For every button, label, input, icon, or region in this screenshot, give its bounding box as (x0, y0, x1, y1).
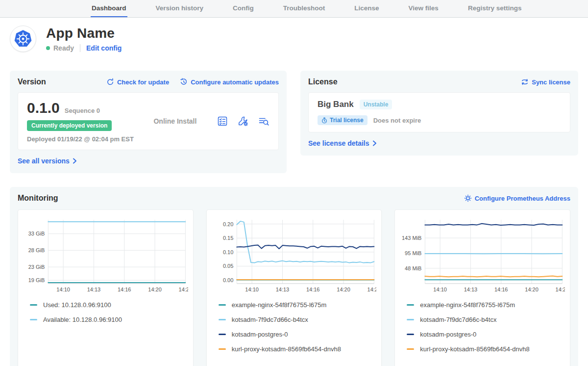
legend-label: example-nginx-54f8f76755-l675m (232, 301, 327, 309)
legend-label: kurl-proxy-kotsadm-8569fb6454-dnvh8 (420, 345, 529, 353)
legend-color-dash (219, 319, 226, 320)
preflight-checks-icon (217, 115, 228, 127)
legend-item: kurl-proxy-kotsadm-8569fb6454-dnvh8 (407, 345, 565, 353)
svg-text:14:23: 14:23 (367, 287, 376, 292)
view-logs-button[interactable] (258, 115, 270, 127)
chart-title: CPU Usage (212, 360, 377, 366)
sync-arrows-icon (521, 78, 529, 86)
monitoring-card: Monitoring Configure Prometheus Address (10, 187, 578, 366)
clock-refresh-icon (180, 78, 188, 86)
edit-config-link[interactable]: Edit config (86, 44, 122, 52)
svg-text:23 GiB: 23 GiB (28, 264, 45, 270)
edit-config-button[interactable] (237, 115, 249, 127)
channel-badge: Unstable (360, 100, 392, 109)
legend-color-dash (30, 319, 37, 320)
svg-text:14:20: 14:20 (148, 287, 162, 292)
memory-usage-legend: example-nginx-54f8f76755-l675mkotsadm-7f… (407, 301, 565, 360)
legend-color-dash (407, 304, 414, 306)
config-wrench-icon (237, 115, 249, 127)
svg-text:14:10: 14:10 (56, 287, 70, 292)
svg-text:14:23: 14:23 (556, 287, 565, 292)
license-card: License Sync license Big Bank Unstable (300, 71, 578, 156)
version-sequence: Sequence 0 (65, 107, 100, 114)
chevron-right-icon (372, 140, 377, 146)
app-avatar (10, 26, 36, 52)
legend-label: kurl-proxy-kotsadm-8569fb6454-dnvh8 (232, 345, 341, 353)
legend-label: example-nginx-54f8f76755-l675m (420, 301, 515, 309)
tab-version-history[interactable]: Version history (155, 0, 205, 17)
license-customer-name: Big Bank (318, 100, 354, 109)
legend-color-dash (219, 304, 226, 306)
memory-usage-chart-card: 48 MiB95 MiB143 MiB14:1014:1314:1614:201… (394, 209, 570, 366)
legend-item: kotsadm-7f9dc7d66c-b4tcx (219, 316, 377, 323)
configure-automatic-updates-button[interactable]: Configure automatic updates (180, 78, 279, 86)
tab-license[interactable]: License (353, 0, 380, 17)
ready-status-dot (46, 46, 50, 50)
cpu-usage-legend: example-nginx-54f8f76755-l675mkotsadm-7f… (219, 301, 377, 360)
svg-text:28 GiB: 28 GiB (28, 247, 45, 253)
sync-license-button[interactable]: Sync license (521, 78, 570, 86)
deployed-timestamp: Deployed 01/19/22 @ 02:04 pm EST (27, 135, 134, 143)
svg-text:14:10: 14:10 (434, 287, 447, 292)
legend-color-dash (219, 334, 226, 335)
trial-license-badge: Trial license (318, 115, 368, 125)
page-title: App Name (46, 26, 122, 41)
disk-usage-chart: 19 GiB23 GiB28 GiB33 GiB14:1014:1314:161… (23, 216, 188, 294)
legend-item: kotsadm-7f9dc7d66c-b4tcx (407, 316, 565, 323)
svg-text:0.00: 0.00 (223, 277, 233, 283)
configure-prometheus-button[interactable]: Configure Prometheus Address (464, 194, 570, 202)
legend-label: kotsadm-postgres-0 (232, 331, 288, 338)
see-license-details-link[interactable]: See license details (308, 139, 377, 147)
chart-title: Disk Usage (23, 360, 188, 366)
gear-icon (464, 194, 472, 202)
legend-color-dash (407, 334, 414, 335)
version-number: 0.1.0 (27, 100, 60, 116)
app-header: App Name Ready Edit config (10, 26, 578, 52)
legend-label: kotsadm-7f9dc7d66c-b4tcx (420, 316, 496, 323)
svg-text:143 MiB: 143 MiB (402, 235, 421, 241)
svg-text:33 GiB: 33 GiB (28, 231, 45, 236)
check-for-update-button[interactable]: Check for update (106, 78, 169, 86)
legend-item: Available: 10.128.0.96:9100 (30, 316, 188, 323)
legend-color-dash (30, 304, 37, 306)
svg-text:14:20: 14:20 (525, 287, 539, 292)
legend-color-dash (219, 348, 226, 350)
tab-config[interactable]: Config (232, 0, 255, 17)
legend-color-dash (407, 348, 414, 350)
legend-item: kotsadm-postgres-0 (219, 331, 377, 338)
svg-text:48 MiB: 48 MiB (405, 265, 421, 271)
license-panel: Big Bank Unstable Trial license (308, 92, 570, 132)
install-type: Online Install (134, 117, 217, 125)
legend-item: example-nginx-54f8f76755-l675m (407, 301, 565, 309)
chevron-right-icon (73, 158, 77, 164)
svg-text:19 GiB: 19 GiB (28, 277, 45, 283)
disk-usage-legend: Used: 10.128.0.96:9100Available: 10.128.… (30, 301, 188, 331)
tab-registry-settings[interactable]: Registry settings (467, 0, 523, 17)
tab-dashboard[interactable]: Dashboard (91, 0, 127, 17)
tab-troubleshoot[interactable]: Troubleshoot (282, 0, 326, 17)
view-logs-icon (258, 115, 270, 127)
divider (80, 44, 80, 52)
legend-item: kurl-proxy-kotsadm-8569fb6454-dnvh8 (219, 345, 377, 353)
legend-label: Available: 10.128.0.96:9100 (43, 316, 122, 323)
monitoring-title: Monitoring (18, 194, 58, 203)
svg-text:0.20: 0.20 (223, 221, 233, 227)
legend-item: kotsadm-postgres-0 (407, 331, 565, 338)
deployed-badge: Currently deployed version (27, 120, 112, 131)
svg-text:14:13: 14:13 (275, 287, 289, 292)
tab-view-files[interactable]: View files (408, 0, 440, 17)
top-nav: Dashboard Version history Config Trouble… (0, 0, 588, 18)
svg-text:0.10: 0.10 (223, 249, 233, 255)
see-all-versions-link[interactable]: See all versions (18, 157, 77, 165)
memory-usage-chart: 48 MiB95 MiB143 MiB14:1014:1314:1614:201… (400, 216, 565, 294)
legend-label: kotsadm-7f9dc7d66c-b4tcx (232, 316, 308, 323)
version-card: Version Check for update (10, 71, 287, 173)
refresh-icon (106, 78, 114, 86)
cpu-usage-chart-card: 0.000.050.100.150.2014:1014:1314:1614:20… (206, 209, 382, 366)
legend-label: Used: 10.128.0.96:9100 (43, 301, 111, 309)
stopwatch-icon (321, 117, 327, 124)
legend-label: kotsadm-postgres-0 (420, 331, 476, 338)
legend-item: example-nginx-54f8f76755-l675m (219, 301, 377, 309)
svg-text:14:16: 14:16 (494, 287, 508, 292)
preflight-checks-button[interactable] (217, 115, 228, 127)
